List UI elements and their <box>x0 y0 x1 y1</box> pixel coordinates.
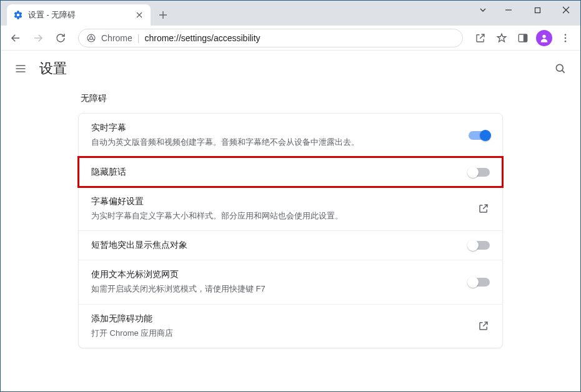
page-title: 设置 <box>39 59 67 78</box>
avatar <box>536 30 552 46</box>
settings-header: 设置 <box>1 51 580 87</box>
toggle-live-caption[interactable] <box>469 131 490 140</box>
external-link-icon <box>477 320 490 332</box>
tab-dropdown-button[interactable] <box>472 1 494 19</box>
reload-button[interactable] <box>51 28 71 48</box>
chrome-icon <box>86 33 96 43</box>
share-icon[interactable] <box>470 28 490 48</box>
forward-button[interactable] <box>28 28 48 48</box>
page-content: 设置 无障碍 实时字幕 自动为英文版音频和视频创建字幕。音频和字幕绝不会从设备中… <box>1 51 580 391</box>
svg-point-9 <box>556 64 563 71</box>
gear-icon <box>13 10 23 20</box>
svg-point-8 <box>565 40 567 42</box>
close-tab-icon[interactable] <box>134 10 144 20</box>
maximize-button[interactable] <box>523 1 552 19</box>
row-live-caption[interactable]: 实时字幕 自动为英文版音频和视频创建字幕。音频和字幕绝不会从设备中泄露出去。 <box>79 114 502 157</box>
side-panel-icon[interactable] <box>513 28 533 48</box>
svg-point-2 <box>90 36 93 39</box>
row-caption-prefs[interactable]: 字幕偏好设置 为实时字幕自定义字幕大小和样式。部分应用和网站也会使用此设置。 <box>79 187 502 231</box>
tab-title: 设置 - 无障碍 <box>28 10 129 21</box>
svg-point-7 <box>565 37 567 39</box>
url-text: chrome://settings/accessibility <box>144 33 260 43</box>
row-label: 实时字幕 <box>91 122 459 134</box>
browser-tab[interactable]: 设置 - 无障碍 <box>7 4 151 26</box>
row-label: 添加无障碍功能 <box>91 313 467 325</box>
close-window-button[interactable] <box>552 1 580 19</box>
svg-point-5 <box>542 34 545 37</box>
external-link-icon <box>477 202 490 215</box>
row-hide-profanity[interactable]: 隐藏脏话 <box>79 157 502 187</box>
url-scheme: Chrome <box>101 33 132 43</box>
row-desc: 如需开启或关闭光标浏览模式，请使用快捷键 F7 <box>91 283 459 295</box>
row-desc: 为实时字幕自定义字幕大小和样式。部分应用和网站也会使用此设置。 <box>91 210 467 222</box>
url-separator: | <box>137 33 140 43</box>
toggle-focus-highlight[interactable] <box>469 241 490 250</box>
section-title: 无障碍 <box>78 93 503 113</box>
row-label: 隐藏脏话 <box>91 167 459 178</box>
toolbar: Chrome | chrome://settings/accessibility <box>1 26 580 51</box>
kebab-menu-icon[interactable] <box>555 28 575 48</box>
bookmark-icon[interactable] <box>492 28 512 48</box>
window-controls <box>472 1 580 22</box>
row-add-accessibility[interactable]: 添加无障碍功能 打开 Chrome 应用商店 <box>79 304 502 348</box>
svg-rect-4 <box>524 34 527 42</box>
settings-column: 无障碍 实时字幕 自动为英文版音频和视频创建字幕。音频和字幕绝不会从设备中泄露出… <box>78 93 503 348</box>
hamburger-menu-icon[interactable] <box>13 61 28 76</box>
toggle-hide-profanity[interactable] <box>469 168 490 177</box>
row-desc: 打开 Chrome 应用商店 <box>91 327 467 340</box>
search-icon[interactable] <box>553 61 568 76</box>
toolbar-actions <box>470 28 575 48</box>
svg-rect-0 <box>535 7 540 12</box>
settings-body: 无障碍 实时字幕 自动为英文版音频和视频创建字幕。音频和字幕绝不会从设备中泄露出… <box>1 87 580 348</box>
profile-avatar[interactable] <box>534 28 554 48</box>
row-caret-browsing[interactable]: 使用文本光标浏览网页 如需开启或关闭光标浏览模式，请使用快捷键 F7 <box>79 260 502 304</box>
toggle-caret-browsing[interactable] <box>469 278 490 287</box>
new-tab-button[interactable] <box>154 6 172 24</box>
address-bar[interactable]: Chrome | chrome://settings/accessibility <box>78 29 463 47</box>
row-label: 使用文本光标浏览网页 <box>91 269 459 280</box>
row-label: 短暂地突出显示焦点对象 <box>91 240 459 251</box>
minimize-button[interactable] <box>494 1 523 19</box>
row-label: 字幕偏好设置 <box>91 196 467 207</box>
row-focus-highlight[interactable]: 短暂地突出显示焦点对象 <box>79 230 502 260</box>
row-desc: 自动为英文版音频和视频创建字幕。音频和字幕绝不会从设备中泄露出去。 <box>91 136 459 149</box>
svg-point-6 <box>565 34 567 36</box>
settings-card: 实时字幕 自动为英文版音频和视频创建字幕。音频和字幕绝不会从设备中泄露出去。 隐… <box>78 113 503 348</box>
back-button[interactable] <box>6 28 26 48</box>
titlebar: 设置 - 无障碍 <box>1 1 580 26</box>
browser-window: 设置 - 无障碍 <box>0 0 581 392</box>
